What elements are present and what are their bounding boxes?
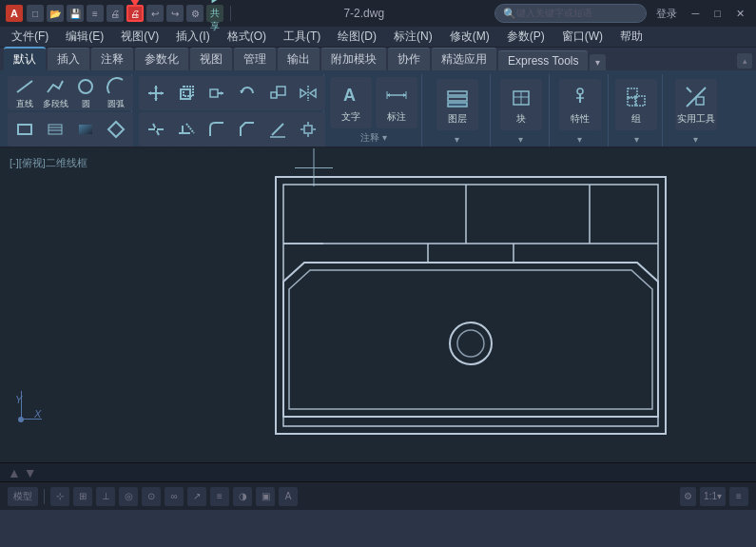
ribbon-group-block: 块 ▾: [493, 74, 550, 147]
svg-marker-14: [148, 91, 151, 95]
properties-tools: 特性: [559, 76, 601, 132]
close-button[interactable]: ✕: [730, 6, 750, 22]
open-button[interactable]: 📂: [47, 5, 64, 22]
osnap-btn[interactable]: ⊙: [142, 487, 161, 506]
grid-btn[interactable]: ⊞: [73, 487, 92, 506]
tab-default[interactable]: 默认: [4, 47, 46, 70]
login-button[interactable]: 登录: [650, 5, 683, 23]
mirror-button[interactable]: [291, 76, 325, 110]
move-button[interactable]: [139, 76, 173, 110]
search-box[interactable]: 🔍 键入关键字或短语: [494, 4, 647, 23]
copy-button[interactable]: [169, 76, 204, 110]
tab-view[interactable]: 视图: [190, 48, 232, 70]
save-button[interactable]: 💾: [67, 5, 84, 22]
ducs-btn[interactable]: ↗: [187, 487, 206, 506]
utilities-button[interactable]: 实用工具: [675, 79, 717, 130]
command-line: ▲ ▼: [0, 462, 756, 481]
layer-group-label: ▾: [428, 132, 486, 147]
menu-draw[interactable]: 绘图(D): [330, 27, 384, 47]
minimize-button[interactable]: ─: [687, 6, 706, 21]
transparency-btn[interactable]: ◑: [233, 487, 252, 506]
arc-button[interactable]: 圆弧: [99, 76, 133, 110]
svg-marker-15: [161, 91, 164, 95]
tab-express-tools[interactable]: Express Tools: [498, 50, 588, 70]
group-button[interactable]: 组: [615, 79, 657, 130]
tab-collaborate[interactable]: 协作: [388, 48, 430, 70]
menu-insert[interactable]: 插入(I): [168, 27, 217, 47]
saveas-button[interactable]: ≡: [87, 5, 104, 22]
tab-more[interactable]: ▾: [590, 54, 606, 70]
layer-button[interactable]: 图层: [436, 79, 478, 130]
selection-btn[interactable]: ▣: [256, 487, 275, 506]
hatch-button[interactable]: [38, 112, 72, 147]
circle-button[interactable]: 圆: [68, 76, 103, 110]
lineweight-btn[interactable]: ≡: [210, 487, 229, 506]
menu-modify[interactable]: 修改(M): [442, 27, 497, 47]
menu-tools[interactable]: 工具(T): [276, 27, 328, 47]
share-button[interactable]: ▶ 共享: [206, 5, 223, 22]
svg-rect-3: [48, 125, 62, 134]
properties-button[interactable]: 特性: [559, 79, 601, 130]
tab-insert[interactable]: 插入: [48, 48, 89, 70]
workspace-button[interactable]: ⚙: [186, 5, 204, 22]
customise-btn[interactable]: ≡: [729, 487, 748, 506]
print-button[interactable]: 🖨: [126, 5, 144, 22]
maximize-button[interactable]: □: [708, 6, 727, 21]
workspace-switch[interactable]: ⚙: [680, 487, 696, 506]
line-button[interactable]: 直线: [8, 76, 42, 110]
tab-output[interactable]: 输出: [278, 48, 320, 70]
snap-btn[interactable]: ⊹: [50, 487, 69, 506]
stretch-button[interactable]: [200, 76, 234, 110]
tab-featured[interactable]: 精选应用: [432, 48, 496, 70]
redo-button[interactable]: ↪: [166, 5, 184, 22]
rotate-button[interactable]: [230, 76, 264, 110]
region-button[interactable]: [99, 112, 133, 147]
block-button[interactable]: 块: [500, 79, 542, 130]
dimension-button[interactable]: 标注: [376, 77, 417, 128]
polyline-button[interactable]: 多段线: [38, 76, 72, 110]
trim-button[interactable]: [139, 112, 173, 147]
ortho-btn[interactable]: ⊥: [96, 487, 115, 506]
chamfer-button[interactable]: [230, 112, 264, 147]
group-tools: 组: [615, 76, 657, 132]
plot-button[interactable]: 🖨: [107, 5, 124, 22]
menu-window[interactable]: 窗口(W): [554, 27, 611, 47]
gradient-button[interactable]: [68, 112, 103, 147]
menu-format[interactable]: 格式(O): [220, 27, 274, 47]
command-icons: ▲ ▼: [8, 465, 37, 480]
ribbon: 直线 多段线 圆 圆弧: [0, 70, 756, 148]
tab-annotation[interactable]: 注释: [91, 48, 133, 70]
tab-addons[interactable]: 附加模块: [321, 48, 386, 70]
erase-button[interactable]: [261, 112, 295, 147]
tab-parametric[interactable]: 参数化: [135, 48, 188, 70]
annotate-scale[interactable]: 1:1▾: [700, 487, 726, 506]
scale-button[interactable]: [261, 76, 295, 110]
menu-dimension[interactable]: 标注(N): [386, 27, 440, 47]
menu-file[interactable]: 文件(F): [4, 27, 56, 47]
menu-edit[interactable]: 编辑(E): [58, 27, 111, 47]
menu-params[interactable]: 参数(P): [499, 27, 552, 47]
rect-button[interactable]: [8, 112, 42, 147]
text-button[interactable]: A 文字: [330, 77, 372, 128]
undo-button[interactable]: ↩: [146, 5, 164, 22]
fillet-button[interactable]: [200, 112, 234, 147]
otrack-btn[interactable]: ∞: [165, 487, 184, 506]
cmd-icon-2[interactable]: ▼: [24, 465, 37, 480]
tab-manage[interactable]: 管理: [234, 48, 276, 70]
extend-button[interactable]: [169, 112, 204, 147]
anno-btn[interactable]: A: [279, 487, 298, 506]
explode-button[interactable]: [291, 112, 325, 147]
polar-btn[interactable]: ◎: [119, 487, 138, 506]
model-btn[interactable]: 模型: [8, 487, 38, 506]
canvas-area[interactable]: [-][俯视]二维线框: [0, 148, 756, 462]
svg-rect-6: [79, 125, 92, 134]
menu-view[interactable]: 视图(V): [113, 27, 166, 47]
new-button[interactable]: □: [27, 5, 44, 22]
menu-help[interactable]: 帮助: [612, 27, 650, 47]
menu-bar: 文件(F) 编辑(E) 视图(V) 插入(I) 格式(O) 工具(T) 绘图(D…: [0, 27, 756, 48]
ribbon-collapse-button[interactable]: ▴: [737, 53, 752, 68]
cmd-icon-1[interactable]: ▲: [8, 465, 21, 480]
svg-rect-22: [271, 92, 277, 98]
utilities-tools: 实用工具: [675, 76, 717, 132]
group-group-label: ▾: [614, 132, 658, 147]
